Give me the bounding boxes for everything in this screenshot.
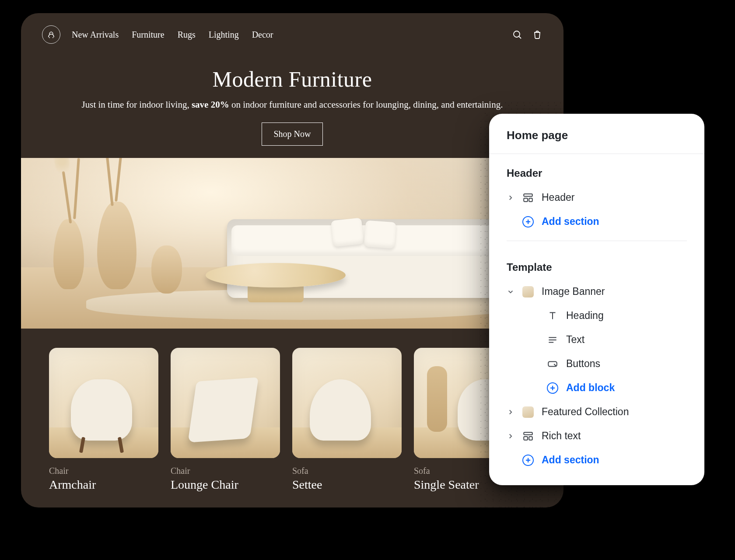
hero-title: Modern Furniture xyxy=(38,66,546,92)
svg-rect-2 xyxy=(524,198,528,202)
nav-rugs[interactable]: Rugs xyxy=(178,30,196,40)
nav-furniture[interactable]: Furniture xyxy=(132,30,164,40)
section-label: Rich text xyxy=(542,430,581,442)
chevron-down-icon xyxy=(507,288,514,296)
svg-rect-6 xyxy=(524,437,528,440)
chevron-right-icon xyxy=(507,408,514,416)
nav-decor[interactable]: Decor xyxy=(252,30,273,40)
group-template: Template xyxy=(489,248,704,280)
store-header: New Arrivals Furniture Rugs Lighting Dec… xyxy=(21,13,564,52)
plus-circle-icon: + xyxy=(522,216,534,228)
product-card[interactable]: Chair Armchair xyxy=(49,348,158,492)
svg-rect-1 xyxy=(524,194,532,196)
svg-point-0 xyxy=(514,31,520,37)
heading-type-icon xyxy=(547,310,558,322)
image-swatch-icon xyxy=(522,406,534,418)
section-image-banner[interactable]: Image Banner xyxy=(489,280,704,304)
product-thumb xyxy=(49,348,158,458)
section-label: Header xyxy=(542,192,574,203)
nav-new-arrivals[interactable]: New Arrivals xyxy=(72,30,119,40)
product-thumb xyxy=(171,348,280,458)
product-thumb xyxy=(292,348,402,458)
block-buttons[interactable]: Buttons xyxy=(489,352,704,376)
add-section-template[interactable]: + Add section xyxy=(489,448,704,472)
block-text[interactable]: Text xyxy=(489,328,704,352)
section-label: Image Banner xyxy=(542,286,605,298)
nav-lighting[interactable]: Lighting xyxy=(209,30,239,40)
product-card[interactable]: Chair Lounge Chair xyxy=(171,348,280,492)
block-label: Text xyxy=(566,334,584,346)
product-name: Lounge Chair xyxy=(171,478,280,492)
section-label: Featured Collection xyxy=(542,406,629,418)
add-section-header[interactable]: + Add section xyxy=(489,210,704,234)
block-label: Buttons xyxy=(566,358,600,370)
plus-circle-icon: + xyxy=(547,382,558,394)
svg-rect-3 xyxy=(529,198,532,202)
product-card[interactable]: Sofa Settee xyxy=(292,348,402,492)
svg-rect-7 xyxy=(529,437,532,440)
primary-nav: New Arrivals Furniture Rugs Lighting Dec… xyxy=(72,30,273,40)
add-block[interactable]: + Add block xyxy=(489,376,704,400)
section-featured-collection[interactable]: Featured Collection xyxy=(489,400,704,424)
section-rich-text[interactable]: Rich text xyxy=(489,424,704,448)
brand-logo[interactable] xyxy=(42,25,60,44)
section-header[interactable]: Header xyxy=(489,186,704,210)
group-header: Header xyxy=(489,154,704,186)
text-lines-icon xyxy=(547,334,558,346)
product-category: Chair xyxy=(49,466,158,476)
theme-editor-panel: Home page Header Header + Add section Te… xyxy=(489,114,704,485)
product-category: Sofa xyxy=(292,466,402,476)
svg-rect-5 xyxy=(524,432,532,434)
block-label: Heading xyxy=(566,310,604,322)
product-name: Settee xyxy=(292,478,402,492)
section-layout-icon xyxy=(522,192,534,203)
chevron-right-icon xyxy=(507,194,514,202)
divider xyxy=(507,241,687,241)
search-icon[interactable] xyxy=(512,29,522,40)
section-layout-icon xyxy=(522,430,534,442)
product-category: Chair xyxy=(171,466,280,476)
image-swatch-icon xyxy=(522,286,534,298)
chevron-right-icon xyxy=(507,432,514,440)
hero-subtitle: Just in time for indoor living, save 20%… xyxy=(38,98,546,111)
product-name: Armchair xyxy=(49,478,158,492)
block-heading[interactable]: Heading xyxy=(489,304,704,328)
panel-title: Home page xyxy=(489,114,704,154)
shop-now-button[interactable]: Shop Now xyxy=(262,122,322,146)
cart-icon[interactable] xyxy=(532,29,542,40)
button-icon xyxy=(547,358,558,370)
plus-circle-icon: + xyxy=(522,455,534,466)
